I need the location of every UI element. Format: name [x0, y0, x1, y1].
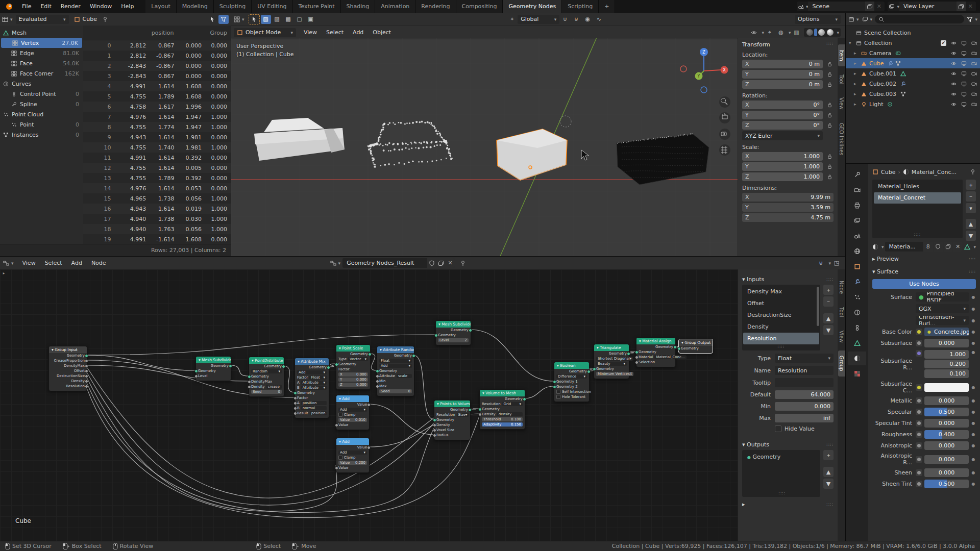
transform-field[interactable]: X9.99 m: [742, 193, 834, 202]
screen-icon[interactable]: [961, 81, 967, 87]
animate-dot-icon[interactable]: ●: [971, 482, 976, 486]
sidebar-tab-item[interactable]: Item: [838, 44, 845, 66]
node-header[interactable]: ▾ Attribute Randomize: [377, 346, 414, 353]
node-attribute-randomize[interactable]: ▾ Attribute RandomizeGeometryFloat▾Add▾G…: [377, 346, 414, 396]
table-row[interactable]: 2-2.843-0.8670.0000.000: [83, 61, 231, 71]
properties-tab-modifiers[interactable]: [848, 275, 866, 289]
shading-wireframe-icon[interactable]: [806, 29, 813, 36]
transform-field[interactable]: Y1.000: [742, 162, 823, 171]
screen-icon[interactable]: [961, 102, 967, 107]
eye-icon[interactable]: [951, 71, 957, 77]
property-field[interactable]: GGX▾: [916, 304, 969, 313]
transform-field[interactable]: Z0 m: [742, 80, 823, 89]
options-dropdown[interactable]: Options▾: [795, 15, 841, 24]
animate-dot-icon[interactable]: ●: [971, 457, 976, 462]
input-item-resolution[interactable]: Resolution: [743, 333, 819, 344]
transform-field[interactable]: Y0 m: [742, 70, 823, 79]
node-add[interactable]: ▾ AddValueAdd▾ClampValue0.200Value: [336, 438, 370, 473]
transform-field[interactable]: Y3.59 m: [742, 203, 834, 212]
add-input-button[interactable]: ＋: [823, 285, 834, 295]
node-editor-type-icon[interactable]: [3, 260, 9, 266]
outputs-section-header[interactable]: ▾ Outputs∷∷: [742, 439, 834, 450]
node-header[interactable]: ▾ PointDistribute: [249, 357, 284, 364]
transform-field[interactable]: X0 m: [742, 60, 823, 68]
property-field[interactable]: ●Principled BSDF: [916, 292, 969, 302]
camera-visibility-icon[interactable]: [971, 40, 977, 46]
workspace-tab-shading[interactable]: Shading: [341, 0, 376, 13]
tree-item-spline[interactable]: Spline0: [0, 99, 83, 109]
remove-slot-button[interactable]: －: [966, 191, 976, 202]
material-icon[interactable]: [872, 244, 878, 250]
sidebar-footer[interactable]: ▸∷∷: [742, 499, 834, 510]
object-point-cloud[interactable]: [368, 121, 453, 168]
lock-icon[interactable]: [825, 71, 834, 77]
properties-tab-material[interactable]: [848, 352, 866, 365]
node-header[interactable]: ▾ Add: [336, 438, 369, 445]
cursor-filter-icon[interactable]: [209, 16, 215, 22]
table-row[interactable]: 114.9911.6140.3920.000: [83, 153, 231, 163]
object-solid-mesh[interactable]: [254, 118, 345, 161]
node-header[interactable]: ▾ Mesh Subdivide: [436, 321, 471, 328]
node-overlay-icon[interactable]: ◳: [831, 259, 842, 268]
properties-tab-tool[interactable]: [848, 168, 866, 182]
view-layer-name[interactable]: View Layer: [899, 2, 957, 11]
table-row[interactable]: 02.8120.8670.0000.000: [83, 40, 231, 51]
tree-item-curves[interactable]: Curves: [0, 79, 83, 89]
node-menu-node[interactable]: Node: [87, 260, 111, 266]
navigation-gizmo[interactable]: Z X Y: [680, 48, 728, 93]
workspace-tab-+[interactable]: +: [599, 0, 615, 13]
list-resize-grip[interactable]: ∷∷: [743, 344, 819, 349]
dataset-dropdown[interactable]: Evaluated▾: [16, 15, 69, 24]
table-row[interactable]: 64.7581.6171.9960.000: [83, 102, 231, 112]
node-material-assign[interactable]: ▾ Material AssignGeometryGeometryMateria…: [636, 337, 676, 367]
table-row[interactable]: 144.9761.6140.0530.000: [83, 183, 231, 193]
view-layer-selector[interactable]: ▾ View Layer ✕: [888, 2, 976, 11]
vector-value[interactable]: 0.100: [924, 369, 969, 378]
camera-visibility-icon[interactable]: [971, 102, 977, 107]
xray-toggle-icon[interactable]: ▥: [791, 28, 801, 37]
outliner-search-input[interactable]: [875, 15, 964, 23]
animate-dot-icon[interactable]: ●: [971, 398, 976, 403]
lock-icon[interactable]: [825, 154, 834, 159]
eye-icon[interactable]: [951, 61, 957, 66]
select-extend-tool-icon[interactable]: ▨: [272, 15, 282, 24]
properties-tab-physics[interactable]: [848, 306, 866, 319]
surface-section-header[interactable]: ▾ Surface∷∷: [872, 266, 976, 277]
tree-item-point-cloud[interactable]: Point Cloud: [0, 109, 83, 119]
node-points-to-volume[interactable]: ▾ Points to VolumeGeometryResolutionSize…: [434, 400, 471, 440]
property-field[interactable]: 0.000: [924, 468, 969, 477]
add-slot-button[interactable]: ＋: [966, 180, 976, 190]
proportional-edit-icon[interactable]: ◉: [582, 15, 593, 24]
properties-tab-object[interactable]: [848, 260, 866, 273]
viewport-menu-object[interactable]: Object: [368, 29, 396, 36]
table-row[interactable]: 94.9431.6141.9810.000: [83, 132, 231, 142]
object-cube-selected[interactable]: [497, 116, 571, 180]
node-canvas[interactable]: ‣ ▾ Group InputGeometryCreaseProportionD…: [0, 269, 845, 541]
node-group-unlink-button[interactable]: ✕: [446, 258, 455, 268]
overlays-toggle-icon[interactable]: ◍: [776, 28, 786, 37]
workspace-tab-uv-editing[interactable]: UV Editing: [252, 0, 292, 13]
object-dark-mesh[interactable]: [617, 133, 709, 185]
camdata-icon[interactable]: [895, 51, 901, 56]
node-sidebar-tab-group[interactable]: Group: [838, 350, 845, 376]
lock-icon[interactable]: [825, 112, 834, 118]
node-menu-select[interactable]: Select: [40, 260, 67, 266]
collection-checkbox[interactable]: ✔: [941, 40, 946, 46]
snap-icon[interactable]: ∪: [560, 15, 570, 24]
tree-item-instances[interactable]: Instances0: [0, 130, 83, 140]
field-value[interactable]: Resolution: [775, 366, 834, 375]
tree-item-face-corner[interactable]: Face Corner162K: [0, 68, 83, 79]
eye-icon[interactable]: [951, 102, 957, 107]
node-header[interactable]: ▾ Point Scale: [336, 345, 370, 352]
view-layer-copy-button[interactable]: [957, 2, 966, 11]
animate-dot-icon[interactable]: ●: [971, 443, 976, 448]
scene-copy-button[interactable]: [865, 2, 874, 11]
move-slot-up-button[interactable]: ▲: [966, 219, 976, 229]
material-users-count[interactable]: 8: [924, 242, 933, 252]
table-row[interactable]: 194.991-1.6141.6080.000: [83, 234, 231, 244]
camera-visibility-icon[interactable]: [971, 61, 977, 66]
properties-tab-particles[interactable]: [848, 290, 866, 304]
workspace-tab-sculpting[interactable]: Sculpting: [214, 0, 252, 13]
eye-icon[interactable]: [951, 51, 957, 56]
workspace-tab-rendering[interactable]: Rendering: [415, 0, 456, 13]
